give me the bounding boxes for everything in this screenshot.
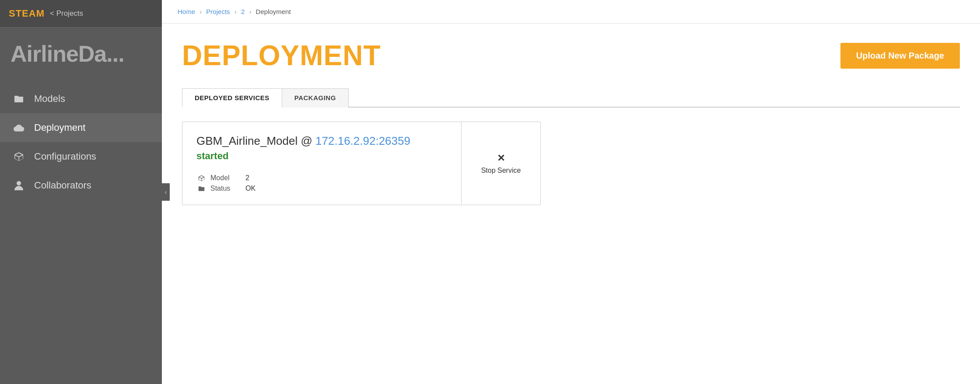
project-name: AirlineDa...: [0, 28, 162, 76]
sidebar-collapse-arrow[interactable]: ‹: [162, 183, 170, 201]
person-icon: [12, 181, 25, 190]
upload-new-package-button[interactable]: Upload New Package: [840, 43, 960, 69]
service-address-link[interactable]: 172.16.2.92:26359: [315, 134, 410, 147]
main-content: Home › Projects › 2 › Deployment DEPLOYM…: [162, 0, 980, 384]
service-info: GBM_Airline_Model @ 172.16.2.92:26359 st…: [182, 122, 462, 205]
sidebar-item-collaborators-label: Collaborators: [34, 180, 91, 191]
meta-cube-icon: [196, 175, 206, 182]
sidebar-item-models[interactable]: Models: [0, 84, 162, 113]
tab-packaging[interactable]: PACKAGING: [282, 88, 349, 108]
stop-icon: ✕: [497, 153, 505, 164]
sidebar: STEAM < Projects AirlineDa... Models Dep…: [0, 0, 162, 384]
sidebar-item-deployment[interactable]: Deployment: [0, 113, 162, 142]
page-content: DEPLOYMENT Upload New Package DEPLOYED S…: [162, 24, 980, 384]
breadcrumb-projects[interactable]: Projects: [206, 8, 230, 15]
sidebar-nav: Models Deployment Configurations Collabo…: [0, 76, 162, 384]
page-header: DEPLOYMENT Upload New Package: [182, 39, 960, 72]
breadcrumb-sep-1: ›: [200, 8, 202, 15]
service-model-name: GBM_Airline_Model: [196, 134, 298, 147]
projects-back-link[interactable]: < Projects: [50, 9, 83, 18]
sidebar-item-configurations-label: Configurations: [34, 151, 96, 162]
meta-row-status: Status OK: [196, 185, 447, 192]
breadcrumb-sep-3: ›: [249, 8, 251, 15]
service-address-at: @: [301, 134, 315, 147]
service-title: GBM_Airline_Model @ 172.16.2.92:26359: [196, 134, 447, 148]
breadcrumb: Home › Projects › 2 › Deployment: [162, 0, 980, 24]
tab-deployed-services[interactable]: DEPLOYED SERVICES: [182, 88, 282, 108]
breadcrumb-current: Deployment: [256, 8, 291, 15]
tabs: DEPLOYED SERVICES PACKAGING: [182, 87, 960, 108]
cloud-icon: [12, 124, 25, 132]
sidebar-item-collaborators[interactable]: Collaborators: [0, 171, 162, 200]
folder-icon: [12, 95, 25, 103]
sidebar-item-models-label: Models: [34, 93, 65, 105]
service-card: GBM_Airline_Model @ 172.16.2.92:26359 st…: [182, 122, 541, 205]
svg-point-0: [17, 181, 21, 185]
meta-model-value: 2: [245, 174, 249, 182]
breadcrumb-home[interactable]: Home: [178, 8, 195, 15]
stop-service-label: Stop Service: [481, 167, 521, 175]
meta-status-key: Status: [210, 185, 241, 192]
service-status: started: [196, 150, 447, 162]
meta-row-model: Model 2: [196, 174, 447, 182]
service-meta: Model 2 Status OK: [196, 174, 447, 192]
sidebar-header: STEAM < Projects: [0, 0, 162, 28]
steam-logo: STEAM: [9, 8, 45, 19]
breadcrumb-project-id[interactable]: 2: [241, 8, 245, 15]
stop-service-panel[interactable]: ✕ Stop Service: [462, 122, 540, 205]
sidebar-item-deployment-label: Deployment: [34, 122, 85, 133]
meta-model-key: Model: [210, 174, 241, 182]
meta-folder-icon: [196, 186, 206, 192]
breadcrumb-sep-2: ›: [234, 8, 237, 15]
page-title: DEPLOYMENT: [182, 39, 381, 72]
sidebar-item-configurations[interactable]: Configurations: [0, 142, 162, 171]
cube-icon: [12, 152, 25, 161]
meta-status-value: OK: [245, 185, 256, 192]
